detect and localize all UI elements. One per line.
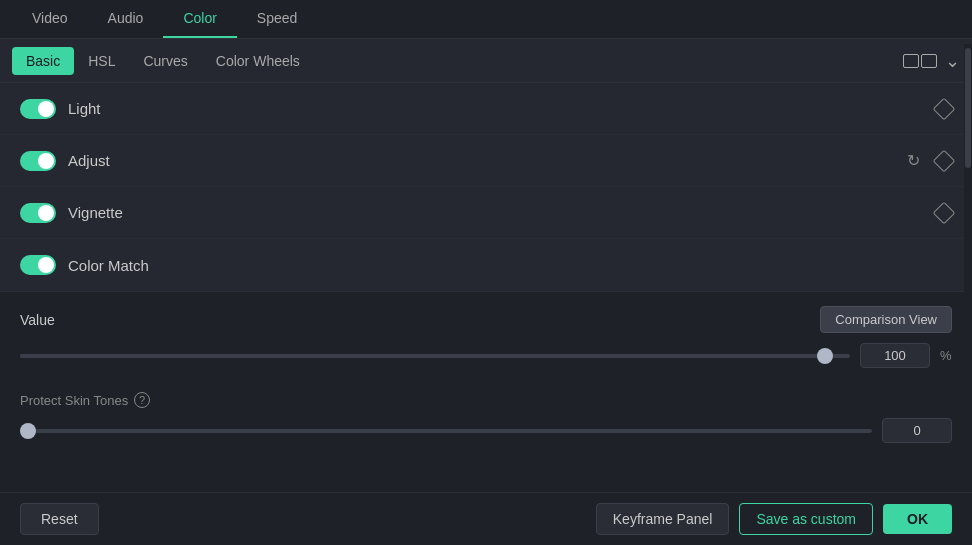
sub-tabs-actions: ⌄ bbox=[903, 50, 960, 72]
tab-speed[interactable]: Speed bbox=[237, 0, 317, 38]
value-header: Value Comparison View bbox=[20, 306, 952, 333]
tab-audio[interactable]: Audio bbox=[88, 0, 164, 38]
value-slider-thumb[interactable] bbox=[817, 348, 833, 364]
bottom-bar: Reset Keyframe Panel Save as custom OK bbox=[0, 492, 972, 545]
help-icon[interactable]: ? bbox=[134, 392, 150, 408]
toggle-color-match[interactable] bbox=[20, 255, 56, 275]
bottom-right-actions: Keyframe Panel Save as custom OK bbox=[596, 503, 952, 535]
split-view-icon[interactable] bbox=[903, 54, 937, 68]
ok-button[interactable]: OK bbox=[883, 504, 952, 534]
section-actions-vignette bbox=[936, 205, 952, 221]
section-label-vignette: Vignette bbox=[68, 204, 123, 221]
protect-slider-row bbox=[20, 418, 952, 443]
value-slider-track[interactable] bbox=[20, 354, 850, 358]
protect-slider-thumb[interactable] bbox=[20, 423, 36, 439]
diamond-icon-vignette[interactable] bbox=[933, 201, 956, 224]
keyframe-panel-button[interactable]: Keyframe Panel bbox=[596, 503, 730, 535]
toggle-adjust[interactable] bbox=[20, 151, 56, 171]
save-as-custom-button[interactable]: Save as custom bbox=[739, 503, 873, 535]
comparison-view-button[interactable]: Comparison View bbox=[820, 306, 952, 333]
tab-color-wheels[interactable]: Color Wheels bbox=[202, 47, 314, 75]
value-section: Value Comparison View % bbox=[0, 291, 972, 382]
value-slider-row: % bbox=[20, 343, 952, 368]
tab-curves[interactable]: Curves bbox=[129, 47, 201, 75]
section-label-color-match: Color Match bbox=[68, 257, 149, 274]
diamond-icon-light[interactable] bbox=[933, 97, 956, 120]
value-percent-sign: % bbox=[940, 348, 952, 363]
scrollbar-thumb[interactable] bbox=[965, 48, 971, 168]
tab-hsl[interactable]: HSL bbox=[74, 47, 129, 75]
value-label: Value bbox=[20, 312, 55, 328]
tab-color[interactable]: Color bbox=[163, 0, 236, 38]
scrollbar[interactable] bbox=[964, 44, 972, 489]
section-label-adjust: Adjust bbox=[68, 152, 110, 169]
section-actions-adjust: ↻ bbox=[902, 150, 952, 172]
toggle-vignette[interactable] bbox=[20, 203, 56, 223]
protect-slider-track[interactable] bbox=[20, 429, 872, 433]
main-content: Light Adjust ↻ Vignette Color Match bbox=[0, 83, 972, 484]
section-label-light: Light bbox=[68, 100, 101, 117]
reset-button[interactable]: Reset bbox=[20, 503, 99, 535]
reset-icon-adjust[interactable]: ↻ bbox=[902, 150, 924, 172]
section-row-color-match: Color Match bbox=[0, 239, 972, 291]
tab-basic[interactable]: Basic bbox=[12, 47, 74, 75]
top-tab-bar: Video Audio Color Speed bbox=[0, 0, 972, 39]
chevron-down-icon[interactable]: ⌄ bbox=[945, 50, 960, 72]
protect-value-input[interactable] bbox=[882, 418, 952, 443]
section-actions-light bbox=[936, 101, 952, 117]
value-slider-fill bbox=[20, 354, 825, 358]
section-row-adjust: Adjust ↻ bbox=[0, 135, 972, 187]
section-row-light: Light bbox=[0, 83, 972, 135]
protect-skin-tones-label-row: Protect Skin Tones ? bbox=[20, 392, 952, 408]
tab-video[interactable]: Video bbox=[12, 0, 88, 38]
section-list: Light Adjust ↻ Vignette Color Match bbox=[0, 83, 972, 291]
protect-skin-tones-section: Protect Skin Tones ? bbox=[0, 382, 972, 457]
section-row-vignette: Vignette bbox=[0, 187, 972, 239]
sub-tab-bar: Basic HSL Curves Color Wheels ⌄ bbox=[0, 39, 972, 83]
value-input[interactable] bbox=[860, 343, 930, 368]
protect-skin-tones-label: Protect Skin Tones bbox=[20, 393, 128, 408]
diamond-icon-adjust[interactable] bbox=[933, 149, 956, 172]
toggle-light[interactable] bbox=[20, 99, 56, 119]
